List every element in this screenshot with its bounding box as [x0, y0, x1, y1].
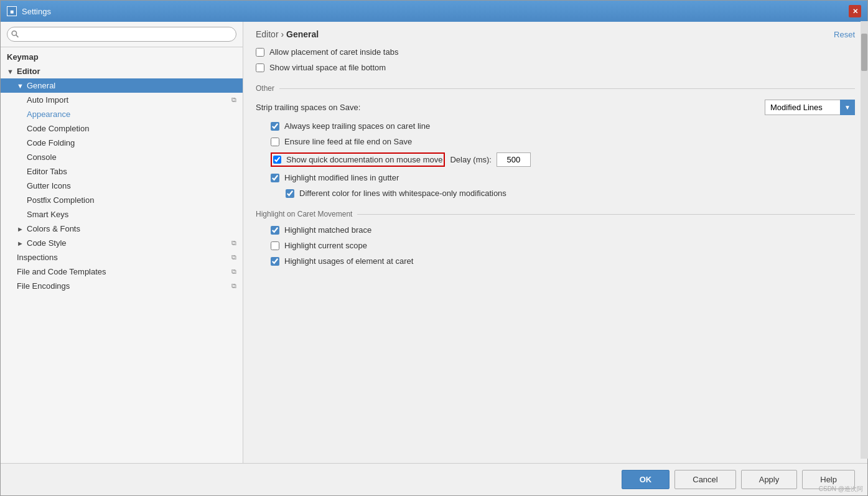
- reset-link[interactable]: Reset: [834, 30, 855, 39]
- sidebar-item-inspections[interactable]: Inspections ⧉: [1, 250, 243, 264]
- sidebar-item-file-code-templates-label: File and Code Templates: [17, 267, 106, 276]
- highlight-caret-section: Highlight on Caret Movement Highlight ma…: [256, 210, 855, 269]
- file-encodings-copy-icon: ⧉: [231, 282, 236, 290]
- allow-placement-checkbox[interactable]: [256, 48, 264, 57]
- sidebar-item-code-style[interactable]: ►Code Style ⧉: [1, 236, 243, 250]
- strip-trailing-row: Strip trailing spaces on Save: None Modi…: [256, 96, 855, 118]
- inspections-copy-icon: ⧉: [231, 253, 236, 261]
- indented-section: Always keep trailing spaces on caret lin…: [256, 118, 855, 201]
- sidebar-item-auto-import-label: Auto Import: [27, 95, 68, 105]
- breadcrumb-current: General: [286, 29, 319, 39]
- search-input[interactable]: [7, 27, 236, 42]
- highlight-caret-items: Highlight matched brace Highlight curren…: [256, 222, 855, 269]
- ensure-line-feed-checkbox[interactable]: [271, 138, 279, 146]
- sidebar-item-postfix-completion-label: Postfix Completion: [27, 195, 94, 205]
- different-color-label[interactable]: Different color for lines with whitespac…: [299, 189, 506, 198]
- right-panel: Editor › General Reset Allow placement o…: [243, 22, 867, 463]
- code-style-copy-icon: ⧉: [231, 239, 236, 247]
- scrollbar-thumb[interactable]: [861, 34, 867, 71]
- panel-header: Editor › General Reset: [243, 22, 867, 44]
- different-color-section: Different color for lines with whitespac…: [271, 185, 855, 201]
- sidebar-item-code-folding[interactable]: Code Folding: [1, 136, 243, 150]
- sidebar-item-postfix-completion[interactable]: Postfix Completion: [1, 193, 243, 207]
- close-button[interactable]: ✕: [849, 5, 861, 17]
- different-color-row: Different color for lines with whitespac…: [286, 185, 855, 201]
- svg-line-1: [16, 35, 19, 37]
- highlight-matched-checkbox[interactable]: [271, 226, 279, 235]
- sidebar-item-appearance[interactable]: Appearance: [1, 107, 243, 121]
- highlight-modified-label[interactable]: Highlight modified lines in gutter: [284, 173, 399, 182]
- apply-button[interactable]: Apply: [741, 470, 798, 489]
- highlight-usages-label[interactable]: Highlight usages of element at caret: [284, 256, 413, 266]
- sidebar-item-code-completion[interactable]: Code Completion: [1, 121, 243, 136]
- show-virtual-checkbox[interactable]: [256, 63, 264, 72]
- file-templates-copy-icon: ⧉: [231, 268, 236, 276]
- code-style-arrow: ►: [17, 240, 24, 247]
- general-arrow: ▼: [17, 82, 24, 90]
- delay-row: Delay (ms):: [450, 152, 530, 167]
- strip-trailing-select[interactable]: None Modified Lines All: [765, 100, 855, 115]
- search-box: [1, 22, 243, 47]
- highlight-usages-checkbox[interactable]: [271, 257, 279, 266]
- highlight-usages-row: Highlight usages of element at caret: [271, 253, 855, 269]
- sidebar-item-smart-keys[interactable]: Smart Keys: [1, 207, 243, 222]
- sidebar-item-console[interactable]: Console: [1, 150, 243, 164]
- ensure-line-feed-label[interactable]: Ensure line feed at file end on Save: [284, 137, 412, 146]
- sidebar-item-editor-tabs-label: Editor Tabs: [27, 167, 67, 176]
- different-color-checkbox[interactable]: [286, 189, 294, 198]
- highlight-caret-label: Highlight on Caret Movement: [256, 210, 855, 218]
- other-section-label: Other: [256, 84, 855, 93]
- sidebar-item-file-encodings[interactable]: File Encodings ⧉: [1, 279, 243, 293]
- quick-doc-label[interactable]: Show quick documentation on mouse move: [286, 155, 442, 164]
- strip-trailing-label: Strip trailing spaces on Save:: [256, 103, 760, 112]
- quick-doc-checkbox[interactable]: [273, 156, 281, 164]
- panel-content: Allow placement of caret inside tabs Sho…: [243, 44, 867, 463]
- scrollbar[interactable]: [861, 22, 867, 459]
- always-keep-checkbox[interactable]: [271, 122, 279, 131]
- quick-doc-row: Show quick documentation on mouse move D…: [271, 149, 855, 170]
- sidebar-item-general-label: General: [27, 81, 55, 90]
- highlight-scope-label[interactable]: Highlight current scope: [284, 241, 367, 250]
- highlight-scope-checkbox[interactable]: [271, 241, 279, 250]
- bottom-bar: OK Cancel Apply Help: [1, 463, 867, 495]
- colors-fonts-arrow: ►: [17, 225, 24, 233]
- sidebar-item-editor-tabs[interactable]: Editor Tabs: [1, 164, 243, 179]
- ok-button[interactable]: OK: [622, 470, 670, 489]
- sidebar-item-general[interactable]: ▼General: [1, 78, 243, 93]
- sidebar-item-file-encodings-label: File Encodings: [17, 281, 70, 291]
- sidebar-item-auto-import[interactable]: Auto Import ⧉: [1, 93, 243, 107]
- highlight-matched-row: Highlight matched brace: [271, 222, 855, 238]
- ensure-line-feed-row: Ensure line feed at file end on Save: [271, 134, 855, 149]
- sidebar-item-keymap[interactable]: Keymap: [1, 50, 243, 64]
- breadcrumb: Editor › General: [256, 29, 319, 39]
- always-keep-row: Always keep trailing spaces on caret lin…: [271, 118, 855, 134]
- sidebar-item-file-code-templates[interactable]: File and Code Templates ⧉: [1, 264, 243, 279]
- other-section: Other Strip trailing spaces on Save: Non…: [256, 84, 855, 201]
- sidebar-item-smart-keys-label: Smart Keys: [27, 210, 68, 219]
- highlight-scope-row: Highlight current scope: [271, 238, 855, 253]
- show-virtual-label[interactable]: Show virtual space at file bottom: [269, 63, 386, 72]
- allow-placement-row: Allow placement of caret inside tabs: [256, 44, 855, 60]
- always-keep-label[interactable]: Always keep trailing spaces on caret lin…: [284, 121, 430, 131]
- sidebar-item-colors-fonts[interactable]: ►Colors & Fonts: [1, 222, 243, 236]
- sidebar-item-editor[interactable]: ▼Editor: [1, 64, 243, 78]
- sidebar-item-appearance-label: Appearance: [27, 110, 70, 119]
- highlight-modified-checkbox[interactable]: [271, 174, 279, 182]
- sidebar-item-inspections-label: Inspections: [17, 253, 58, 262]
- tree-container: Keymap ▼Editor ▼General Auto Import ⧉: [1, 47, 243, 463]
- highlight-modified-row: Highlight modified lines in gutter: [271, 170, 855, 185]
- sidebar-item-console-label: Console: [27, 152, 57, 162]
- title-bar: ■ Settings ✕: [1, 1, 867, 22]
- cancel-button[interactable]: Cancel: [674, 470, 735, 489]
- sidebar: Keymap ▼Editor ▼General Auto Import ⧉: [1, 22, 243, 463]
- sidebar-item-code-completion-label: Code Completion: [27, 124, 89, 133]
- sidebar-item-gutter-icons-label: Gutter Icons: [27, 181, 71, 190]
- sidebar-item-code-style-label: Code Style: [27, 238, 67, 248]
- highlight-matched-label[interactable]: Highlight matched brace: [284, 225, 371, 235]
- delay-label: Delay (ms):: [450, 155, 491, 164]
- delay-input[interactable]: [497, 152, 531, 167]
- allow-placement-label[interactable]: Allow placement of caret inside tabs: [269, 47, 398, 57]
- search-icon: [11, 30, 19, 39]
- sidebar-item-gutter-icons[interactable]: Gutter Icons: [1, 179, 243, 193]
- breadcrumb-prefix: Editor ›: [256, 29, 286, 39]
